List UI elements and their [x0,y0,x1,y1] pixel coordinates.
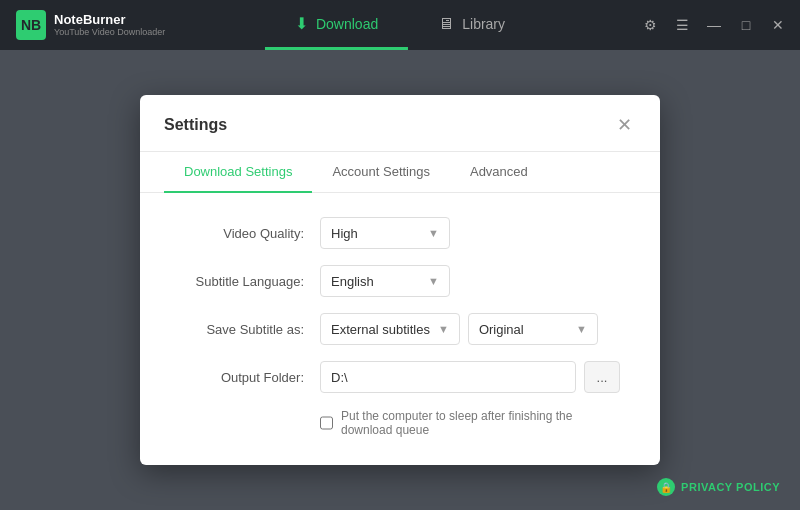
sleep-checkbox-row: Put the computer to sleep after finishin… [180,409,620,437]
tab-download-settings[interactable]: Download Settings [164,152,312,193]
maximize-button[interactable]: □ [732,11,760,39]
video-quality-select[interactable]: High ▼ [320,217,450,249]
window-controls: ⚙ ☰ — □ ✕ [636,11,800,39]
output-folder-row: Output Folder: ... [180,361,620,393]
video-quality-label: Video Quality: [180,226,320,241]
video-quality-chevron: ▼ [428,227,439,239]
menu-button[interactable]: ☰ [668,11,696,39]
save-subtitle-row: Save Subtitle as: External subtitles ▼ O… [180,313,620,345]
subtitle-language-value: English [331,274,374,289]
output-folder-label: Output Folder: [180,370,320,385]
privacy-policy-link[interactable]: 🔒 PRIVACY POLICY [657,478,780,496]
save-subtitle-label: Save Subtitle as: [180,322,320,337]
nav-tab-library[interactable]: 🖥 Library [408,0,535,50]
tab-account-settings[interactable]: Account Settings [312,152,450,193]
save-subtitle-control: External subtitles ▼ Original ▼ [320,313,620,345]
download-nav-icon: ⬇ [295,14,308,33]
app-name-sub: YouTube Video Downloader [54,27,165,38]
video-quality-control: High ▼ [320,217,620,249]
video-quality-row: Video Quality: High ▼ [180,217,620,249]
privacy-icon: 🔒 [657,478,675,496]
video-quality-value: High [331,226,358,241]
save-subtitle-value: External subtitles [331,322,430,337]
subtitle-language-control: English ▼ [320,265,620,297]
modal-content: Video Quality: High ▼ Subtitle Language:… [140,193,660,465]
save-subtitle-chevron: ▼ [438,323,449,335]
library-nav-icon: 🖥 [438,15,454,33]
sleep-checkbox-label: Put the computer to sleep after finishin… [341,409,620,437]
app-logo: NB NoteBurner YouTube Video Downloader [0,10,200,40]
output-folder-input[interactable] [320,361,576,393]
nav-tab-download-label: Download [316,16,378,32]
app-name: NoteBurner YouTube Video Downloader [54,12,165,38]
app-logo-icon: NB [16,10,46,40]
nav-tab-download[interactable]: ⬇ Download [265,0,408,50]
subtitle-language-chevron: ▼ [428,275,439,287]
modal-header: Settings ✕ [140,95,660,152]
save-subtitle-type-value: Original [479,322,524,337]
nav-tab-library-label: Library [462,16,505,32]
privacy-policy-text: PRIVACY POLICY [681,481,780,493]
title-bar: NB NoteBurner YouTube Video Downloader ⬇… [0,0,800,50]
subtitle-language-label: Subtitle Language: [180,274,320,289]
modal-tabs: Download Settings Account Settings Advan… [140,152,660,193]
save-subtitle-type-chevron: ▼ [576,323,587,335]
browse-button[interactable]: ... [584,361,620,393]
save-subtitle-type-select[interactable]: Original ▼ [468,313,598,345]
modal-close-button[interactable]: ✕ [612,113,636,137]
settings-button[interactable]: ⚙ [636,11,664,39]
nav-tabs: ⬇ Download 🖥 Library [265,0,535,50]
modal-title: Settings [164,116,227,134]
settings-modal: Settings ✕ Download Settings Account Set… [140,95,660,465]
app-name-main: NoteBurner [54,12,165,28]
subtitle-language-row: Subtitle Language: English ▼ [180,265,620,297]
close-button[interactable]: ✕ [764,11,792,39]
save-subtitle-select[interactable]: External subtitles ▼ [320,313,460,345]
subtitle-language-select[interactable]: English ▼ [320,265,450,297]
main-area: Settings ✕ Download Settings Account Set… [0,50,800,510]
tab-advanced[interactable]: Advanced [450,152,548,193]
output-folder-control: ... [320,361,620,393]
sleep-checkbox[interactable] [320,416,333,430]
minimize-button[interactable]: — [700,11,728,39]
